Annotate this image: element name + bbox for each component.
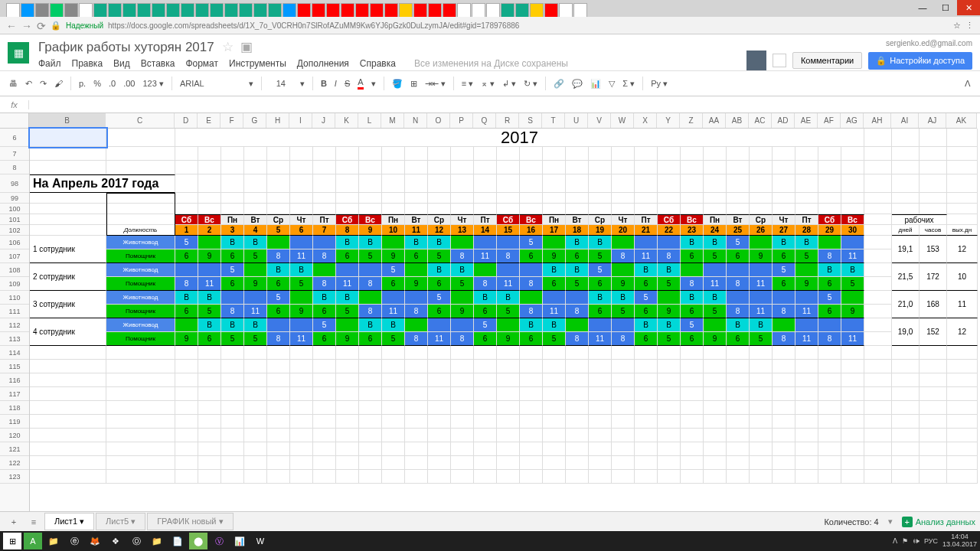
cell[interactable] xyxy=(359,442,382,456)
cell[interactable] xyxy=(221,415,244,429)
cell[interactable] xyxy=(313,174,336,193)
sched[interactable] xyxy=(451,291,474,305)
cell[interactable] xyxy=(451,174,474,193)
sched[interactable]: 8 xyxy=(818,332,841,346)
sched[interactable]: 9 xyxy=(175,332,198,346)
sched[interactable]: 8 xyxy=(313,277,336,291)
cell[interactable] xyxy=(589,401,612,415)
cell[interactable] xyxy=(864,291,892,305)
col-header[interactable]: N xyxy=(404,113,427,128)
sched[interactable] xyxy=(612,318,635,332)
cell[interactable] xyxy=(864,277,892,291)
cell[interactable] xyxy=(589,442,612,456)
cell[interactable] xyxy=(451,442,474,456)
row-header[interactable]: 122 xyxy=(0,456,29,470)
cell[interactable] xyxy=(589,470,612,484)
cell[interactable] xyxy=(920,415,947,429)
cell[interactable] xyxy=(818,387,841,401)
cell[interactable] xyxy=(681,387,704,401)
sched[interactable] xyxy=(267,318,290,332)
row-header[interactable]: 98 xyxy=(0,174,29,193)
sched[interactable] xyxy=(405,318,428,332)
cell[interactable] xyxy=(635,429,658,442)
menu-item[interactable]: Вид xyxy=(113,58,130,69)
cell[interactable] xyxy=(175,470,198,484)
sched[interactable] xyxy=(313,236,336,249)
cell[interactable] xyxy=(750,193,773,204)
cell[interactable] xyxy=(947,193,978,204)
cell[interactable] xyxy=(727,415,750,429)
col-header[interactable]: U xyxy=(565,113,588,128)
cell[interactable] xyxy=(497,147,520,161)
minimize-button[interactable]: — xyxy=(911,0,934,15)
sched[interactable]: B xyxy=(221,236,244,249)
cell[interactable] xyxy=(947,129,978,147)
cell[interactable] xyxy=(405,387,428,401)
browser-tab[interactable] xyxy=(355,3,369,17)
date[interactable]: 22 xyxy=(658,225,681,236)
sched[interactable] xyxy=(405,263,428,277)
row-header[interactable]: 113 xyxy=(0,332,29,346)
sched[interactable]: 8 xyxy=(474,277,497,291)
cell[interactable] xyxy=(727,204,750,214)
cell[interactable] xyxy=(359,174,382,193)
sched[interactable]: 8 xyxy=(405,305,428,318)
cell[interactable] xyxy=(841,346,864,360)
cell[interactable] xyxy=(658,204,681,214)
doc-title[interactable]: График работы хуторян 2017 xyxy=(38,40,214,54)
sched[interactable]: 5 xyxy=(589,249,612,263)
cell[interactable] xyxy=(520,456,543,470)
cell[interactable] xyxy=(892,429,920,442)
date[interactable]: 10 xyxy=(382,225,405,236)
task-app[interactable]: Ⓞ xyxy=(127,533,145,549)
cell[interactable] xyxy=(428,470,451,484)
sched[interactable]: 5 xyxy=(267,291,290,305)
cell[interactable] xyxy=(313,442,336,456)
filter-icon[interactable]: ▽ xyxy=(609,79,615,89)
cell[interactable] xyxy=(198,429,221,442)
browser-tab[interactable] xyxy=(21,3,34,17)
sched[interactable]: 8 xyxy=(566,332,589,346)
sched[interactable]: 8 xyxy=(267,249,290,263)
sched[interactable]: 9 xyxy=(704,332,727,346)
sched[interactable] xyxy=(313,263,336,277)
dow[interactable]: Сб xyxy=(818,214,841,225)
date[interactable]: 26 xyxy=(750,225,773,236)
sched[interactable]: 8 xyxy=(267,332,290,346)
cell[interactable] xyxy=(681,456,704,470)
cell[interactable] xyxy=(795,204,818,214)
cell[interactable] xyxy=(681,429,704,442)
cell[interactable] xyxy=(795,456,818,470)
col-header[interactable]: J xyxy=(312,113,335,128)
cell[interactable] xyxy=(818,373,841,387)
sched[interactable]: 5 xyxy=(451,277,474,291)
sheet-tab[interactable]: Лист1 ▾ xyxy=(44,513,94,530)
sched[interactable]: 9 xyxy=(612,277,635,291)
cell[interactable] xyxy=(405,442,428,456)
cell[interactable] xyxy=(336,147,359,161)
cell[interactable] xyxy=(520,470,543,484)
dec-decrease[interactable]: .0 xyxy=(109,79,116,88)
cell[interactable] xyxy=(106,360,175,373)
date[interactable]: 4 xyxy=(244,225,267,236)
grid[interactable]: 2017На Апрель 2017 годаДолжностьСб1Вс2Пн… xyxy=(30,129,980,527)
browser-tab[interactable] xyxy=(137,3,151,17)
task-app[interactable]: ⬤ xyxy=(189,533,207,549)
cell[interactable] xyxy=(221,470,244,484)
row-header[interactable]: 119 xyxy=(0,415,29,429)
task-app[interactable]: A xyxy=(24,533,42,549)
cell[interactable] xyxy=(892,346,920,360)
sheet-tab[interactable]: Лист5 ▾ xyxy=(96,513,145,530)
cell[interactable] xyxy=(405,415,428,429)
cell[interactable] xyxy=(864,332,892,346)
sched[interactable]: 8 xyxy=(681,277,704,291)
cell[interactable] xyxy=(336,174,359,193)
date[interactable]: 3 xyxy=(221,225,244,236)
sched[interactable]: B xyxy=(382,318,405,332)
cell[interactable] xyxy=(198,456,221,470)
cell[interactable] xyxy=(474,174,497,193)
cell[interactable] xyxy=(313,147,336,161)
cell[interactable] xyxy=(359,387,382,401)
browser-tab[interactable] xyxy=(472,3,485,17)
cell[interactable] xyxy=(106,129,175,147)
